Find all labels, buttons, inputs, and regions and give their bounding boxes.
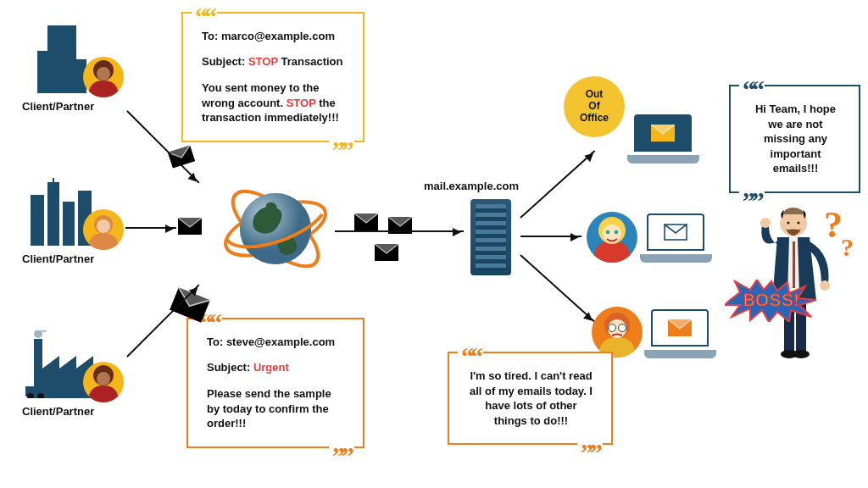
email-box-orange: ““ To: steve@example.com Subject: Urgent… [186,318,364,448]
arrow-icon [520,254,595,322]
svg-rect-47 [69,61,74,66]
email-subject-keyword: Urgent [253,361,289,374]
speech-boss: ““ Hi Team, I hope we are not missing an… [729,85,860,193]
arrow-icon [125,227,176,229]
envelope-icon [178,218,202,235]
quote-open-icon: ““ [739,85,765,95]
client-label: Client/Partner [22,100,149,113]
boss-burst-label: BOSS! [725,291,818,310]
email-body: Please send the sample by today to confi… [207,386,346,431]
svg-rect-41 [69,41,74,46]
laptop-icon [640,214,712,263]
svg-rect-34 [37,51,49,93]
quote-open-icon: ““ [192,12,217,22]
globe-icon [220,174,331,284]
client-label: Client/Partner [22,252,149,265]
recipient-avatar [592,307,643,358]
email-to-label: To: [202,30,218,42]
svg-rect-42 [52,51,57,56]
email-subject-rest: Transaction [281,55,342,68]
email-subject-label: Subject: [202,55,245,68]
svg-rect-45 [52,61,57,66]
arrow-icon [520,236,581,237]
svg-rect-48 [31,195,44,246]
email-to-value: steve@example.com [226,336,335,348]
avatar-icon [83,209,124,250]
avatar-icon [83,57,124,97]
quote-close-icon: „„ [577,435,603,445]
svg-rect-37 [60,30,65,36]
laptop-icon [627,114,699,164]
svg-rect-49 [47,182,59,246]
svg-rect-46 [60,61,65,66]
svg-rect-39 [52,41,57,46]
factory-icon [22,330,107,398]
svg-rect-36 [52,30,57,36]
svg-point-54 [34,330,42,338]
email-to-label: To: [207,336,223,348]
svg-rect-44 [69,51,74,56]
speech-tired-text: I'm so tired. I can't read all of my ema… [470,369,593,427]
ooo-line3: Office [580,112,609,124]
svg-rect-38 [69,30,74,36]
out-of-office-badge: Out Of Office [564,76,625,137]
server-label: mail.example.com [424,180,519,192]
svg-rect-40 [60,41,65,46]
speech-boss-text: Hi Team, I hope we are not missing any i… [755,103,836,175]
client-partner-2: Client/Partner [22,178,149,265]
building-icon [22,25,107,93]
arrow-icon [520,150,595,218]
envelope-icon [354,214,378,230]
client-partner-1: Client/Partner [22,25,149,113]
client-partner-3: Client/Partner [22,330,149,418]
avatar-icon [83,362,124,402]
email-body-keyword: STOP [287,97,316,109]
client-label: Client/Partner [22,405,149,418]
arrow-icon [335,230,464,232]
svg-rect-43 [60,51,65,56]
recipient-avatar [587,212,637,263]
email-box-yellow: ““ To: marco@example.com Subject: STOP T… [181,12,364,142]
ooo-line2: Of [588,100,599,112]
server-icon [470,199,511,275]
svg-rect-50 [63,202,75,246]
email-subject-keyword: STOP [248,55,278,68]
question-mark-icon: ? [824,203,843,247]
boss-burst: BOSS! [725,280,818,322]
laptop-icon [644,309,716,358]
question-mark-icon: ? [841,233,854,262]
envelope-icon [375,244,398,261]
quote-close-icon: „„ [329,132,354,142]
email-to-value: marco@example.com [221,30,335,42]
speech-tired: ““ I'm so tired. I can't read all of my … [448,352,613,445]
ooo-line1: Out [586,88,604,100]
boss-figure [750,191,835,360]
quote-close-icon: „„ [329,438,354,448]
email-subject-label: Subject: [207,361,250,374]
skyline-icon [22,178,107,246]
quote-open-icon: ““ [458,352,483,362]
